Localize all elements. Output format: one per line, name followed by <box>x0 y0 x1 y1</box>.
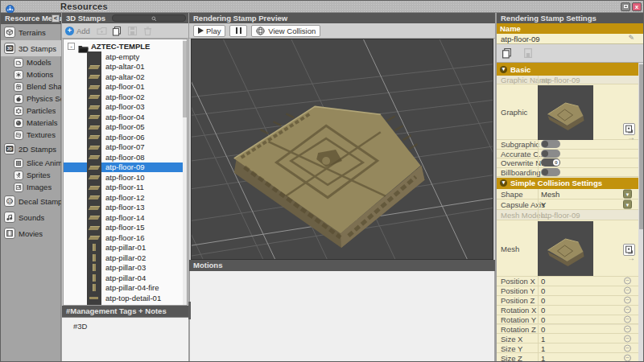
duplicate-stamp-button[interactable] <box>502 47 513 59</box>
sidebar-item-movies[interactable]: Movies <box>1 225 61 241</box>
sidebar-item-label: Textures <box>27 130 56 139</box>
stepper-icon[interactable]: − <box>624 297 631 304</box>
duplicate-button[interactable] <box>112 26 122 36</box>
stamp-item-atp-floor-14[interactable]: atp-floor-14 <box>64 212 184 223</box>
sidebar-item-sounds[interactable]: Sounds <box>1 209 61 225</box>
value-position-y[interactable]: 0 <box>541 286 545 295</box>
view-collision-button[interactable]: View Collision <box>251 25 320 37</box>
stamp-item-atp-empty[interactable]: atp-empty <box>64 51 184 62</box>
basic-section-header[interactable]: ▾ Basic <box>497 63 644 76</box>
stepper-icon[interactable]: − <box>624 354 631 361</box>
stamp-thumbnail <box>87 243 101 253</box>
stamp-tree-root[interactable]: - AZTEC-TEMPLE <box>64 41 150 51</box>
stamp-item-atp-pillar-03[interactable]: atp-pillar-03 <box>64 263 184 274</box>
sidebar-item-blend-shapes[interactable]: Blend Shapes <box>1 80 61 93</box>
play-button[interactable]: Play <box>193 25 225 37</box>
shape-dropdown-button[interactable]: ▾ <box>623 190 632 199</box>
stamp-item-atp-pillar-01[interactable]: atp-pillar-01 <box>64 243 184 253</box>
value-size-z[interactable]: 1 <box>541 353 545 362</box>
goto-mesh-arrow[interactable]: → <box>627 253 635 262</box>
value-rotation-y[interactable]: 0 <box>541 315 545 324</box>
save-button[interactable] <box>127 26 138 36</box>
add-stamp-button[interactable]: + Add <box>65 27 90 35</box>
sidebar-item-terrains[interactable]: Terrains <box>1 24 61 40</box>
sidebar-item-materials[interactable]: Materials <box>1 117 61 129</box>
sidebar-item-physics-setti[interactable]: Physics Setti <box>1 93 61 105</box>
stepper-icon[interactable]: − <box>624 344 631 352</box>
sidebar-item-slice-animati[interactable]: Slice Animati <box>1 157 61 169</box>
stamp-item-atp-floor-12[interactable]: atp-floor-12 <box>64 192 184 203</box>
stepper-icon[interactable]: − <box>624 278 631 285</box>
value-position-x[interactable]: 0 <box>541 277 545 286</box>
stamp-item-atp-floor-10[interactable]: atp-floor-10 <box>64 172 184 183</box>
row-size-y: Size Y1− <box>497 343 638 353</box>
sidebar-item-sprites[interactable]: Sprites <box>1 169 61 181</box>
stamp-item-atp-pillar-02[interactable]: atp-pillar-02 <box>64 253 184 263</box>
stamp-item-atp-floor-09[interactable]: atp-floor-09 <box>64 162 184 173</box>
stepper-icon[interactable]: − <box>624 325 631 332</box>
toggle-accurate-c[interactable] <box>541 150 560 158</box>
stamp-item-atp-pillar-04-fire[interactable]: atp-pillar-04-fire <box>64 283 184 294</box>
panel-splitter-handle[interactable] <box>188 302 191 319</box>
stamp-item-atp-top-detail-01[interactable]: atp-top-detail-01 <box>64 293 184 303</box>
stamp-item-atp-floor-15[interactable]: atp-floor-15 <box>64 223 184 233</box>
stepper-icon[interactable]: − <box>624 306 631 314</box>
toggle-overwrite-n[interactable]: 0 <box>541 158 560 167</box>
sidebar-item-models[interactable]: Models <box>1 56 61 68</box>
stamp-thumbnail <box>87 253 101 263</box>
restore-window-button[interactable] <box>621 2 630 11</box>
window-titlebar[interactable]: Resources x <box>1 1 644 13</box>
stamp-item-atp-floor-05[interactable]: atp-floor-05 <box>64 122 184 133</box>
pause-button[interactable] <box>229 25 247 37</box>
stamp-item-atp-floor-01[interactable]: atp-floor-01 <box>64 82 184 93</box>
value-position-z[interactable]: 0 <box>541 296 545 305</box>
stamp-item-atp-floor-11[interactable]: atp-floor-11 <box>64 183 184 193</box>
name-field[interactable]: atp-floor-09 ✎ <box>497 34 644 44</box>
stamp-item-atp-pillar-04[interactable]: atp-pillar-04 <box>64 273 184 283</box>
3d-viewport[interactable] <box>191 39 493 260</box>
stamp-list-scrollbar[interactable] <box>183 39 187 305</box>
capsule-axis-dropdown-button[interactable]: ▾ <box>623 200 632 209</box>
stamp-item-atp-altar-01[interactable]: atp-altar-01 <box>64 62 184 72</box>
row-size-z: Size Z1− <box>497 353 638 362</box>
settings-scrollbar[interactable] <box>638 63 644 362</box>
stamp-item-atp-floor-13[interactable]: atp-floor-13 <box>64 203 184 213</box>
stamp-item-atp-altar-02[interactable]: atp-altar-02 <box>64 72 184 82</box>
stamp-item-atp-floor-06[interactable]: atp-floor-06 <box>64 132 184 142</box>
stamp-item-atp-floor-03[interactable]: atp-floor-03 <box>64 102 184 113</box>
delete-button[interactable] <box>142 26 153 36</box>
close-window-button[interactable]: x <box>632 2 642 11</box>
stamp-item-atp-floor-08[interactable]: atp-floor-08 <box>64 152 184 162</box>
stamp-item-atp-floor-07[interactable]: atp-floor-07 <box>64 142 184 153</box>
stamp-item-atp-floor-16[interactable]: atp-floor-16 <box>64 232 184 243</box>
stamp-item-atp-floor-02[interactable]: atp-floor-02 <box>64 92 184 102</box>
sidebar-collapse-button[interactable]: < <box>52 14 60 23</box>
collision-section-header[interactable]: ▾ Simple Collision Settings <box>497 178 644 190</box>
delete-stamp-button[interactable] <box>522 47 534 59</box>
stepper-icon[interactable]: − <box>624 335 631 342</box>
sidebar-item-decal-stamps[interactable]: 10Decal Stamps <box>1 193 61 209</box>
value-rotation-z[interactable]: 0 <box>541 324 545 333</box>
sidebar-item-2d-stamps[interactable]: 2D2D Stamps <box>1 141 61 157</box>
stepper-icon[interactable]: − <box>624 287 631 294</box>
tree-collapse-icon[interactable]: - <box>68 43 75 50</box>
new-folder-button[interactable] <box>97 26 107 36</box>
sounds-icon <box>4 212 15 223</box>
toggle-subgraphic[interactable] <box>541 140 560 148</box>
management-tags-area[interactable]: #3D <box>62 317 188 362</box>
edit-pencil-icon[interactable]: ✎ <box>628 34 634 42</box>
search-input[interactable] <box>112 14 186 22</box>
stamp-item-label: atp-pillar-01 <box>105 243 146 252</box>
sidebar-item-motions[interactable]: Motions <box>1 68 61 80</box>
stamp-item-atp-floor-04[interactable]: atp-floor-04 <box>64 112 184 122</box>
sidebar-item-particles[interactable]: Particles <box>1 105 61 117</box>
sidebar-item-textures[interactable]: Textures <box>1 129 61 141</box>
stepper-icon[interactable]: − <box>624 316 631 323</box>
sidebar-item-images[interactable]: Images <box>1 181 61 193</box>
value-size-x[interactable]: 1 <box>541 334 545 343</box>
sidebar-item-3d-stamps[interactable]: 3D3D Stamps <box>1 40 61 56</box>
physics-settings-icon <box>14 94 23 104</box>
value-size-y[interactable]: 1 <box>541 343 545 352</box>
value-rotation-x[interactable]: 0 <box>541 306 545 315</box>
toggle-billboarding[interactable] <box>541 168 560 176</box>
